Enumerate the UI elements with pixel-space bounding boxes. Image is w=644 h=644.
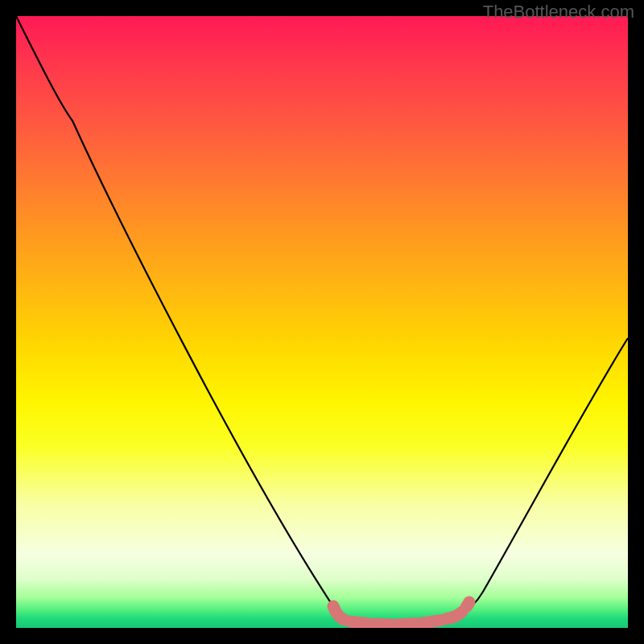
watermark-text: TheBottleneck.com (483, 2, 634, 23)
bottleneck-curve (16, 16, 628, 624)
plot-area (16, 16, 628, 628)
chart-svg (16, 16, 628, 628)
chart-frame: TheBottleneck.com (0, 0, 644, 644)
trough-highlight (333, 602, 469, 625)
